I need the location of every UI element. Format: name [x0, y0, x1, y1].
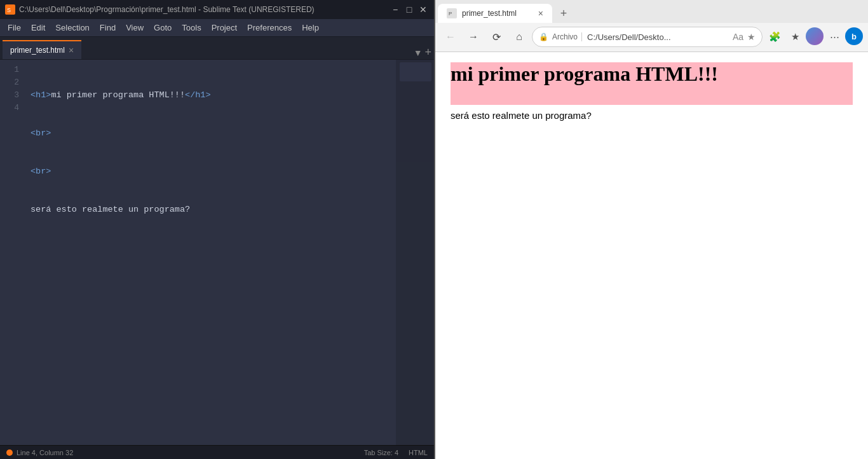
- page-pink-header: mi primer programa HTML!!!: [451, 62, 853, 105]
- menu-view[interactable]: View: [121, 20, 149, 35]
- status-left: Line 4, Column 32: [6, 449, 73, 456]
- menu-edit[interactable]: Edit: [26, 20, 50, 35]
- panel-divider: [434, 0, 435, 459]
- refresh-button[interactable]: ⟳: [486, 27, 506, 47]
- back-button[interactable]: ←: [440, 27, 461, 47]
- menu-help[interactable]: Help: [297, 20, 324, 35]
- menu-goto[interactable]: Goto: [149, 20, 177, 35]
- minimize-button[interactable]: −: [390, 4, 401, 15]
- svg-text:P: P: [449, 11, 452, 17]
- browser-chrome: P primer_test.html × + ← → ⟳ ⌂ 🔒 Archivo…: [435, 0, 868, 52]
- menu-project[interactable]: Project: [207, 20, 242, 35]
- lock-icon: 🔒: [539, 32, 548, 41]
- menu-file[interactable]: File: [3, 20, 26, 35]
- profile-avatar[interactable]: [806, 27, 824, 45]
- nav-right-controls: 🧩 ★ ⋯ b: [765, 27, 863, 46]
- close-button[interactable]: ✕: [417, 4, 429, 15]
- window-title: C:\Users\Dell\Desktop\Progrmación\primer…: [19, 5, 390, 14]
- forward-button[interactable]: →: [463, 27, 484, 47]
- settings-button[interactable]: ⋯: [825, 27, 844, 46]
- page-paragraph: será esto realmete un programa?: [451, 110, 853, 121]
- code-line-3: <br>: [31, 165, 434, 178]
- new-tab-button[interactable]: +: [555, 5, 573, 23]
- status-right: Tab Size: 4 HTML: [364, 449, 428, 456]
- sublime-titlebar: S C:\Users\Dell\Desktop\Progrmación\prim…: [0, 0, 434, 19]
- protocol-label: Archivo: [552, 32, 582, 41]
- code-line-1: <h1>mi primer programa HTML!!!</h1>: [31, 89, 434, 102]
- navigation-bar: ← → ⟳ ⌂ 🔒 Archivo C:/Users/Dell/Deskto..…: [435, 23, 868, 51]
- tab-size-label: Tab Size: 4: [364, 449, 398, 456]
- syntax-label: HTML: [409, 449, 428, 456]
- browser-tab-row: P primer_test.html × +: [435, 0, 868, 23]
- browser-content: mi primer programa HTML!!! será esto rea…: [435, 52, 868, 459]
- favorites-icon[interactable]: ★: [747, 32, 756, 42]
- line-numbers: 1 2 3 4: [0, 60, 23, 445]
- menu-preferences[interactable]: Preferences: [242, 20, 297, 35]
- tab-bar-actions: ▼ +: [414, 46, 431, 59]
- status-bar: Line 4, Column 32 Tab Size: 4 HTML: [0, 445, 434, 459]
- tab-primer-test[interactable]: primer_test.html ×: [3, 40, 81, 59]
- browser-tab-title: primer_test.html: [462, 9, 533, 18]
- tab-label: primer_test.html: [10, 46, 65, 55]
- tab-list-icon[interactable]: ▼: [414, 48, 423, 58]
- code-line-4: será esto realmete un programa?: [31, 203, 434, 216]
- menu-find[interactable]: Find: [95, 20, 121, 35]
- code-content[interactable]: <h1>mi primer programa HTML!!!</h1> <br>…: [23, 60, 434, 445]
- sublime-icon: S: [5, 4, 15, 15]
- home-button[interactable]: ⌂: [509, 27, 529, 47]
- menu-bar: File Edit Selection Find View Goto Tools…: [0, 19, 434, 37]
- warning-icon: [6, 449, 13, 456]
- extensions-button[interactable]: 🧩: [765, 27, 784, 46]
- browser-tab-primer-test[interactable]: P primer_test.html ×: [438, 4, 552, 23]
- url-text: C:/Users/Dell/Deskto...: [587, 32, 729, 42]
- minimap-thumb: [400, 62, 431, 81]
- cursor-position: Line 4, Column 32: [17, 449, 73, 456]
- minimap: [396, 60, 434, 445]
- tab-bar: primer_test.html × ▼ +: [0, 37, 434, 60]
- window-controls: − □ ✕: [390, 4, 429, 15]
- code-line-2: <br>: [31, 127, 434, 140]
- address-bar[interactable]: 🔒 Archivo C:/Users/Dell/Deskto... Aa ★: [532, 27, 763, 47]
- page-heading: mi primer programa HTML!!!: [451, 62, 853, 86]
- maximize-button[interactable]: □: [403, 4, 415, 15]
- collections-button[interactable]: ★: [785, 27, 804, 46]
- menu-tools[interactable]: Tools: [177, 20, 206, 35]
- new-tab-icon[interactable]: +: [424, 46, 431, 59]
- browser-tab-close-button[interactable]: ×: [538, 8, 543, 18]
- tab-close-button[interactable]: ×: [69, 46, 74, 55]
- svg-text:S: S: [7, 7, 11, 13]
- menu-selection[interactable]: Selection: [50, 20, 94, 35]
- tab-favicon: P: [447, 8, 457, 18]
- bing-copilot-button[interactable]: b: [845, 27, 863, 45]
- translate-icon: Aa: [733, 32, 743, 42]
- code-editor[interactable]: 1 2 3 4 <h1>mi primer programa HTML!!!</…: [0, 60, 434, 445]
